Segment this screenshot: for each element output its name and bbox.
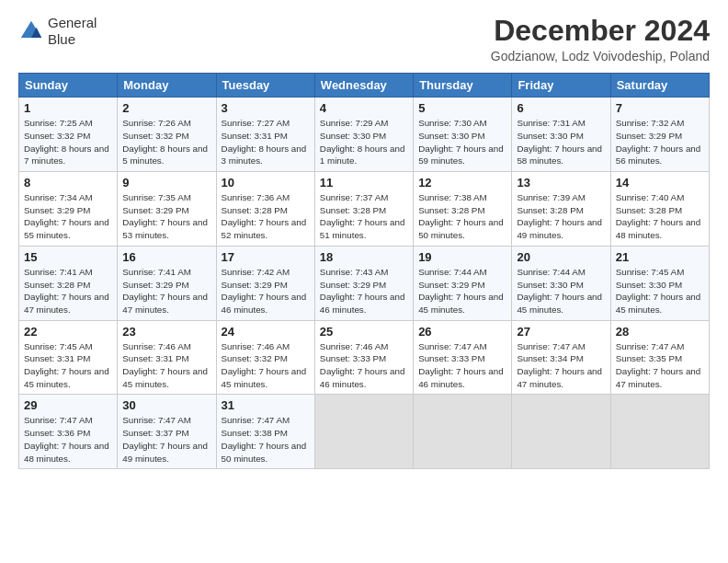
- day-info: Sunrise: 7:34 AMSunset: 3:29 PMDaylight:…: [24, 191, 112, 242]
- day-info: Sunrise: 7:32 AMSunset: 3:29 PMDaylight:…: [616, 117, 704, 167]
- calendar-cell: 7 Sunrise: 7:32 AMSunset: 3:29 PMDayligh…: [610, 98, 709, 172]
- calendar-cell: 27 Sunrise: 7:47 AMSunset: 3:34 PMDaylig…: [512, 320, 610, 395]
- day-number: 8: [24, 176, 112, 190]
- calendar-cell: 10 Sunrise: 7:36 AMSunset: 3:28 PMDaylig…: [216, 172, 314, 247]
- day-number: 2: [122, 101, 210, 115]
- day-info: Sunrise: 7:38 AMSunset: 3:28 PMDaylight:…: [418, 191, 506, 242]
- day-number: 30: [122, 398, 210, 412]
- weekday-header-saturday: Saturday: [610, 74, 709, 98]
- calendar-cell: 15 Sunrise: 7:41 AMSunset: 3:28 PMDaylig…: [19, 246, 118, 320]
- day-info: Sunrise: 7:36 AMSunset: 3:28 PMDaylight:…: [222, 191, 310, 242]
- calendar-cell: 8 Sunrise: 7:34 AMSunset: 3:29 PMDayligh…: [19, 172, 118, 247]
- logo-icon: [18, 18, 44, 44]
- week-row-5: 29 Sunrise: 7:47 AMSunset: 3:36 PMDaylig…: [19, 395, 710, 469]
- calendar: SundayMondayTuesdayWednesdayThursdayFrid…: [18, 73, 710, 469]
- day-info: Sunrise: 7:43 AMSunset: 3:29 PMDaylight:…: [320, 266, 408, 316]
- day-info: Sunrise: 7:47 AMSunset: 3:36 PMDaylight:…: [24, 414, 112, 465]
- page: General Blue December 2024 Godzianow, Lo…: [0, 0, 728, 563]
- day-info: Sunrise: 7:26 AMSunset: 3:32 PMDaylight:…: [122, 117, 210, 167]
- calendar-cell: 16 Sunrise: 7:41 AMSunset: 3:29 PMDaylig…: [118, 246, 216, 320]
- calendar-cell: [610, 395, 709, 469]
- calendar-cell: 20 Sunrise: 7:44 AMSunset: 3:30 PMDaylig…: [512, 246, 610, 320]
- calendar-cell: 13 Sunrise: 7:39 AMSunset: 3:28 PMDaylig…: [512, 172, 610, 247]
- week-row-1: 1 Sunrise: 7:25 AMSunset: 3:32 PMDayligh…: [19, 98, 710, 172]
- week-row-3: 15 Sunrise: 7:41 AMSunset: 3:28 PMDaylig…: [19, 246, 710, 320]
- calendar-cell: 11 Sunrise: 7:37 AMSunset: 3:28 PMDaylig…: [314, 172, 413, 247]
- calendar-cell: 1 Sunrise: 7:25 AMSunset: 3:32 PMDayligh…: [19, 98, 118, 172]
- weekday-header-wednesday: Wednesday: [314, 74, 413, 98]
- week-row-4: 22 Sunrise: 7:45 AMSunset: 3:31 PMDaylig…: [19, 320, 710, 395]
- day-number: 13: [517, 176, 605, 190]
- day-number: 11: [320, 176, 408, 190]
- day-number: 23: [122, 325, 210, 339]
- day-info: Sunrise: 7:25 AMSunset: 3:32 PMDaylight:…: [24, 117, 112, 167]
- day-info: Sunrise: 7:30 AMSunset: 3:30 PMDaylight:…: [418, 117, 506, 167]
- calendar-cell: 26 Sunrise: 7:47 AMSunset: 3:33 PMDaylig…: [414, 320, 512, 395]
- subtitle: Godzianow, Lodz Voivodeship, Poland: [491, 49, 710, 63]
- calendar-cell: 23 Sunrise: 7:46 AMSunset: 3:31 PMDaylig…: [118, 320, 216, 395]
- calendar-cell: [414, 395, 512, 469]
- day-number: 24: [222, 325, 310, 339]
- day-number: 15: [24, 250, 112, 264]
- day-info: Sunrise: 7:45 AMSunset: 3:31 PMDaylight:…: [24, 340, 112, 391]
- calendar-cell: 24 Sunrise: 7:46 AMSunset: 3:32 PMDaylig…: [216, 320, 314, 395]
- day-info: Sunrise: 7:47 AMSunset: 3:34 PMDaylight:…: [517, 340, 605, 391]
- calendar-cell: 21 Sunrise: 7:45 AMSunset: 3:30 PMDaylig…: [610, 246, 709, 320]
- day-number: 3: [222, 101, 310, 115]
- logo-text: General Blue: [48, 15, 97, 48]
- day-info: Sunrise: 7:47 AMSunset: 3:35 PMDaylight:…: [616, 340, 704, 391]
- calendar-cell: 17 Sunrise: 7:42 AMSunset: 3:29 PMDaylig…: [216, 246, 314, 320]
- week-row-2: 8 Sunrise: 7:34 AMSunset: 3:29 PMDayligh…: [19, 172, 710, 247]
- calendar-cell: 5 Sunrise: 7:30 AMSunset: 3:30 PMDayligh…: [414, 98, 512, 172]
- calendar-cell: 28 Sunrise: 7:47 AMSunset: 3:35 PMDaylig…: [610, 320, 709, 395]
- day-number: 28: [616, 325, 704, 339]
- day-info: Sunrise: 7:39 AMSunset: 3:28 PMDaylight:…: [517, 191, 605, 242]
- day-number: 1: [24, 101, 112, 115]
- calendar-cell: 14 Sunrise: 7:40 AMSunset: 3:28 PMDaylig…: [610, 172, 709, 247]
- day-number: 5: [418, 101, 506, 115]
- day-number: 19: [418, 250, 506, 264]
- day-number: 22: [24, 325, 112, 339]
- day-number: 18: [320, 250, 408, 264]
- logo: General Blue: [18, 15, 97, 48]
- day-info: Sunrise: 7:44 AMSunset: 3:29 PMDaylight:…: [418, 266, 506, 316]
- calendar-cell: [512, 395, 610, 469]
- day-number: 7: [616, 101, 704, 115]
- calendar-cell: [314, 395, 413, 469]
- day-info: Sunrise: 7:45 AMSunset: 3:30 PMDaylight:…: [616, 266, 704, 316]
- day-info: Sunrise: 7:41 AMSunset: 3:28 PMDaylight:…: [24, 266, 112, 316]
- day-number: 9: [122, 176, 210, 190]
- day-info: Sunrise: 7:41 AMSunset: 3:29 PMDaylight:…: [122, 266, 210, 316]
- day-number: 29: [24, 398, 112, 412]
- calendar-cell: 31 Sunrise: 7:47 AMSunset: 3:38 PMDaylig…: [216, 395, 314, 469]
- calendar-cell: 19 Sunrise: 7:44 AMSunset: 3:29 PMDaylig…: [414, 246, 512, 320]
- day-info: Sunrise: 7:47 AMSunset: 3:37 PMDaylight:…: [122, 414, 210, 465]
- day-number: 27: [517, 325, 605, 339]
- day-number: 6: [517, 101, 605, 115]
- header: General Blue December 2024 Godzianow, Lo…: [18, 15, 710, 63]
- calendar-cell: 4 Sunrise: 7:29 AMSunset: 3:30 PMDayligh…: [314, 98, 413, 172]
- day-number: 16: [122, 250, 210, 264]
- day-number: 4: [320, 101, 408, 115]
- calendar-cell: 30 Sunrise: 7:47 AMSunset: 3:37 PMDaylig…: [118, 395, 216, 469]
- day-info: Sunrise: 7:46 AMSunset: 3:32 PMDaylight:…: [222, 340, 310, 391]
- day-info: Sunrise: 7:42 AMSunset: 3:29 PMDaylight:…: [222, 266, 310, 316]
- day-info: Sunrise: 7:44 AMSunset: 3:30 PMDaylight:…: [517, 266, 605, 316]
- day-info: Sunrise: 7:46 AMSunset: 3:31 PMDaylight:…: [122, 340, 210, 391]
- calendar-cell: 22 Sunrise: 7:45 AMSunset: 3:31 PMDaylig…: [19, 320, 118, 395]
- day-number: 21: [616, 250, 704, 264]
- calendar-cell: 2 Sunrise: 7:26 AMSunset: 3:32 PMDayligh…: [118, 98, 216, 172]
- day-info: Sunrise: 7:35 AMSunset: 3:29 PMDaylight:…: [122, 191, 210, 242]
- weekday-header-thursday: Thursday: [414, 74, 512, 98]
- day-number: 12: [418, 176, 506, 190]
- weekday-header-monday: Monday: [118, 74, 216, 98]
- day-info: Sunrise: 7:46 AMSunset: 3:33 PMDaylight:…: [320, 340, 408, 391]
- day-number: 17: [222, 250, 310, 264]
- weekday-header-tuesday: Tuesday: [216, 74, 314, 98]
- day-info: Sunrise: 7:29 AMSunset: 3:30 PMDaylight:…: [320, 117, 408, 167]
- day-info: Sunrise: 7:37 AMSunset: 3:28 PMDaylight:…: [320, 191, 408, 242]
- day-info: Sunrise: 7:27 AMSunset: 3:31 PMDaylight:…: [222, 117, 310, 167]
- day-number: 14: [616, 176, 704, 190]
- calendar-cell: 6 Sunrise: 7:31 AMSunset: 3:30 PMDayligh…: [512, 98, 610, 172]
- weekday-header-friday: Friday: [512, 74, 610, 98]
